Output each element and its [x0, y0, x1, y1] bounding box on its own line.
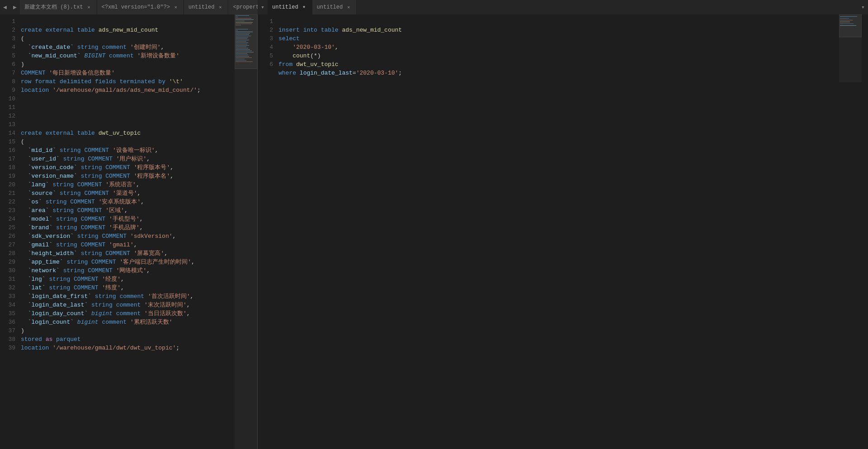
code-line-16: `user_id` string COMMENT '用户标识', — [21, 156, 150, 162]
line-numbers-left: 1 2 3 4 5 6 7 8 9 10 11 12 13 14 15 16 1… — [0, 14, 19, 449]
code-line-10 — [21, 104, 24, 111]
code-line-6: COMMENT '每日新增设备信息数量' — [21, 70, 115, 76]
code-line-35: `login_count` bigint comment '累积活跃天数' — [21, 319, 173, 326]
code-line-5: ) — [21, 61, 24, 68]
minimap-left — [235, 14, 257, 449]
code-right-line-5: from dwt_uv_topic — [278, 61, 339, 68]
minimap-canvas-left — [235, 14, 257, 449]
code-line-1: create external table ads_new_mid_count — [21, 27, 158, 33]
tab-property[interactable]: <property> ✕ — [228, 0, 258, 14]
code-area-right[interactable]: 1 2 3 4 5 6 insert into table ads_new_mi… — [258, 14, 868, 449]
code-line-39 — [21, 353, 24, 360]
tab-nav-right[interactable]: ▶ — [10, 0, 20, 14]
code-area-left[interactable]: 1 2 3 4 5 6 7 8 9 10 11 12 13 14 15 16 1… — [0, 14, 257, 449]
code-line-13: create external table dwt_uv_topic — [21, 130, 141, 137]
scroll-indicator-right — [862, 14, 868, 449]
tab-nav-left[interactable]: ◀ — [0, 0, 10, 14]
tab-label: untitled — [189, 4, 215, 10]
minimap-right — [839, 14, 862, 82]
code-line-23: `model` string COMMENT '手机型号', — [21, 216, 143, 222]
code-line-20: `source` string COMMENT '渠道号', — [21, 190, 141, 197]
tab-overflow-left[interactable]: ▾ — [258, 0, 268, 14]
tab-bar-right: ▾ untitled ● untitled ✕ ▾ — [258, 0, 868, 14]
code-line-14: ( — [21, 138, 24, 145]
code-line-26: `gmail` string COMMENT 'gmail', — [21, 241, 137, 248]
code-content-right[interactable]: insert into table ads_new_mid_count sele… — [277, 14, 862, 449]
tab-label: untitled — [272, 4, 298, 10]
tab-label: 新建文本文档 (8).txt — [24, 3, 83, 11]
code-line-31: `lat` string COMMENT '纬度', — [21, 284, 124, 291]
line-numbers-right: 1 2 3 4 5 6 — [258, 14, 277, 449]
tab-label: <property> — [233, 4, 258, 10]
code-right-line-1: insert into table ads_new_mid_count — [278, 27, 402, 33]
code-line-8: location '/warehouse/gmall/ads/ads_new_m… — [21, 87, 201, 94]
tab-close-icon[interactable]: ✕ — [86, 4, 92, 10]
code-line-29: `network` string COMMENT '网络模式', — [21, 267, 150, 274]
code-line-2: ( — [21, 35, 24, 42]
code-line-18: `version_name` string COMMENT '程序版本名', — [21, 173, 174, 180]
code-line-11 — [21, 113, 24, 119]
svg-rect-33 — [235, 14, 257, 69]
code-right-line-2: select — [278, 35, 300, 42]
code-line-21: `os` string COMMENT '安卓系统版本', — [21, 199, 144, 205]
tab-close-icon[interactable]: ● — [301, 4, 307, 10]
code-line-37: stored as parquet — [21, 336, 81, 343]
tab-overflow-right[interactable]: ▾ — [858, 0, 868, 14]
code-line-36: ) — [21, 327, 24, 334]
code-line-34: `login_day_count` bigint comment '当日活跃次数… — [21, 310, 190, 317]
code-line-25: `sdk_version` string COMMENT 'sdkVersion… — [21, 233, 176, 240]
code-right-line-4: count(*) — [278, 52, 321, 59]
tab-close-icon[interactable]: ✕ — [345, 4, 352, 10]
editor-pane-left: 1 2 3 4 5 6 7 8 9 10 11 12 13 14 15 16 1… — [0, 14, 258, 449]
code-line-24: `brand` string COMMENT '手机品牌', — [21, 224, 143, 231]
svg-rect-40 — [839, 14, 862, 37]
tab-untitled-right-2[interactable]: untitled ✕ — [312, 0, 357, 14]
code-line-33: `login_date_last` string comment '末次活跃时间… — [21, 302, 190, 308]
code-line-22: `area` string COMMENT '区域', — [21, 207, 128, 214]
code-line-28: `app_time` string COMMENT '客户端日志产生时的时间', — [21, 259, 195, 265]
code-line-3: `create_date` string comment '创建时间', — [21, 44, 164, 51]
code-right-line-6: where login_date_last='2020-03-10'; — [278, 70, 402, 76]
code-line-27: `height_width` string COMMENT '屏幕宽高', — [21, 250, 168, 257]
code-content-left[interactable]: create external table ads_new_mid_count … — [19, 14, 235, 449]
tab-label: untitled — [317, 4, 343, 10]
tab-label: <?xml version="1.0"?> — [102, 4, 170, 10]
code-line-4: `new_mid_count` BIGINT comment '新增设备数量' — [21, 52, 179, 59]
editor-pane-right: 1 2 3 4 5 6 insert into table ads_new_mi… — [258, 14, 868, 449]
code-line-15: `mid_id` string COMMENT '设备唯一标识', — [21, 147, 158, 154]
code-right-line-3: '2020-03-10', — [278, 44, 339, 51]
code-line-38: location '/warehouse/gmall/dwt/dwt_uv_to… — [21, 345, 179, 351]
editor-area: 1 2 3 4 5 6 7 8 9 10 11 12 13 14 15 16 1… — [0, 14, 868, 449]
tab-xml[interactable]: <?xml version="1.0"?> ✕ — [97, 0, 184, 14]
code-line-12 — [21, 121, 24, 128]
tab-bar-left: ◀ ▶ 新建文本文档 (8).txt ✕ <?xml version="1.0"… — [0, 0, 258, 14]
tab-new-text[interactable]: 新建文本文档 (8).txt ✕ — [20, 0, 97, 14]
tab-bar: ◀ ▶ 新建文本文档 (8).txt ✕ <?xml version="1.0"… — [0, 0, 868, 14]
code-line-32: `login_date_first` string comment '首次活跃时… — [21, 293, 193, 300]
tab-close-icon[interactable]: ✕ — [173, 4, 179, 10]
code-line-7: row format delimited fields terminated b… — [21, 78, 183, 85]
code-line-19: `lang` string COMMENT '系统语言', — [21, 181, 140, 188]
code-line-9 — [21, 95, 24, 102]
tab-untitled-left[interactable]: untitled ✕ — [184, 0, 229, 14]
tab-close-icon[interactable]: ✕ — [217, 4, 223, 10]
tab-untitled-right-active[interactable]: untitled ● — [268, 0, 312, 14]
code-line-17: `version_code` string COMMENT '程序版本号', — [21, 164, 174, 171]
code-line-30: `lng` string COMMENT '经度', — [21, 276, 124, 283]
